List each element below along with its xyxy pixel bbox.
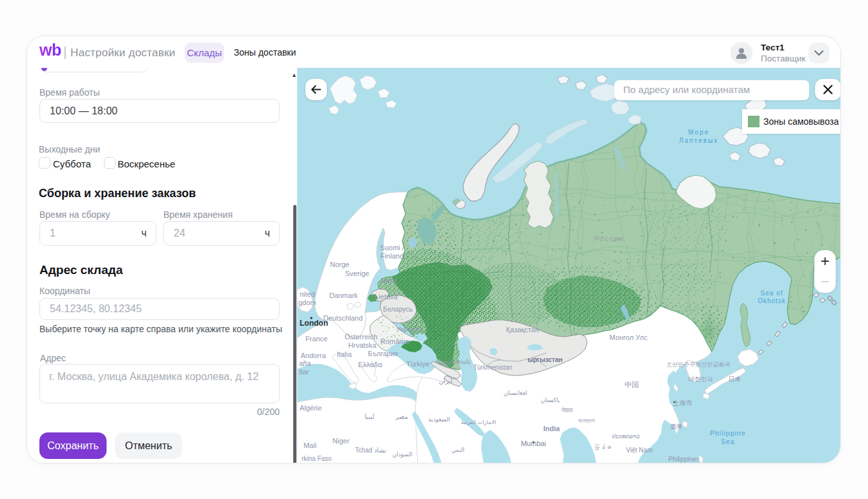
svg-text:Hrvatska: Hrvatska bbox=[348, 341, 377, 349]
svg-text:Море: Море bbox=[688, 129, 709, 136]
svg-text:Беларусь: Беларусь bbox=[383, 305, 413, 313]
svg-text:Andorra: Andorra bbox=[300, 352, 326, 359]
svg-text:Sea: Sea bbox=[721, 438, 735, 445]
svg-text:Sea of: Sea of bbox=[761, 290, 783, 297]
svg-text:မြန်မာ: မြန်မာ bbox=[594, 444, 612, 451]
svg-text:조선민주주의인민공화국: 조선민주주의인민공화국 bbox=[666, 361, 730, 368]
svg-text:الامارات العربية: الامارات العربية bbox=[461, 419, 496, 425]
svg-text:Danmark: Danmark bbox=[329, 292, 358, 299]
svg-text:اليمن: اليمن bbox=[451, 447, 464, 453]
svg-text:Россия: Россия bbox=[594, 235, 625, 242]
svg-text:ыргызстан: ыргызстан bbox=[528, 356, 563, 363]
svg-text:Niger: Niger bbox=[333, 437, 350, 445]
svg-text:대한민국: 대한민국 bbox=[688, 376, 713, 383]
svg-text:Okhotsk: Okhotsk bbox=[758, 297, 786, 304]
svg-text:Ελλάδα: Ελλάδα bbox=[358, 361, 382, 368]
svg-text:ايران: ايران bbox=[439, 377, 452, 385]
svg-text:Հայաստան: Հայաստան bbox=[435, 359, 470, 365]
svg-text:Монгол Улс: Монгол Улс bbox=[610, 334, 648, 341]
svg-text:Қазақстан: Қазақстан bbox=[506, 326, 539, 334]
svg-text:Italia: Italia bbox=[336, 350, 352, 358]
svg-text:aña: aña bbox=[299, 359, 311, 367]
svg-text:България: България bbox=[368, 350, 398, 357]
svg-text:France: France bbox=[305, 335, 327, 343]
svg-text:Norge: Norge bbox=[330, 260, 349, 268]
svg-text:Algérie: Algérie bbox=[300, 404, 322, 412]
svg-text:中国: 中国 bbox=[625, 381, 639, 388]
svg-text:gdom: gdom bbox=[298, 299, 316, 306]
svg-text:مصر: مصر bbox=[395, 413, 408, 420]
svg-text:नेपाल: नेपाल bbox=[561, 407, 572, 414]
svg-text:Türkiye: Türkiye bbox=[406, 360, 429, 368]
svg-text:السودان: السودان bbox=[392, 451, 412, 458]
svg-text:上海市: 上海市 bbox=[672, 399, 693, 407]
svg-text:Lietuva: Lietuva bbox=[375, 293, 398, 301]
svg-text:nited: nited bbox=[300, 290, 315, 298]
svg-text:ltar: ltar bbox=[299, 368, 309, 376]
svg-text:Suomi /: Suomi / bbox=[380, 244, 404, 251]
svg-text:ليبيا: ليبيا bbox=[364, 413, 374, 420]
svg-text:rkina Faso: rkina Faso bbox=[302, 455, 332, 462]
svg-text:Philippine: Philippine bbox=[710, 429, 746, 437]
svg-text:Việt Nam: Việt Nam bbox=[626, 447, 653, 454]
svg-text:Türkmenistan: Türkmenistan bbox=[473, 364, 513, 371]
svg-text:السعودية: السعودية bbox=[428, 416, 450, 423]
svg-text:ປະເທດລາວ: ປະເທດລາວ bbox=[612, 433, 639, 440]
svg-text:日本: 日本 bbox=[728, 376, 741, 383]
svg-text:Finland: Finland bbox=[380, 252, 404, 260]
svg-text:Eesti: Eesti bbox=[381, 277, 397, 284]
svg-text:Україна: Україна bbox=[397, 325, 422, 333]
svg-text:Österreich: Österreich bbox=[345, 333, 378, 341]
svg-text:臺灣: 臺灣 bbox=[670, 423, 682, 430]
svg-text:Tchad تشاد: Tchad تشاد bbox=[355, 447, 387, 454]
svg-text:Deutschland: Deutschland bbox=[323, 314, 362, 322]
svg-text:Лаптевых: Лаптевых bbox=[679, 137, 718, 144]
svg-text:پاکستان: پاکستان bbox=[541, 397, 560, 403]
svg-text:افغانستان: افغانستان bbox=[504, 390, 528, 396]
svg-text:România: România bbox=[380, 337, 409, 345]
svg-text:Mali: Mali bbox=[304, 441, 316, 449]
svg-text:Mumbai: Mumbai bbox=[521, 440, 546, 447]
svg-text:Philippines: Philippines bbox=[668, 456, 699, 463]
svg-text:Sverige: Sverige bbox=[345, 270, 369, 277]
svg-text:বাংলাদেশ: বাংলাদেশ bbox=[577, 418, 595, 424]
svg-text:India: India bbox=[543, 425, 561, 432]
